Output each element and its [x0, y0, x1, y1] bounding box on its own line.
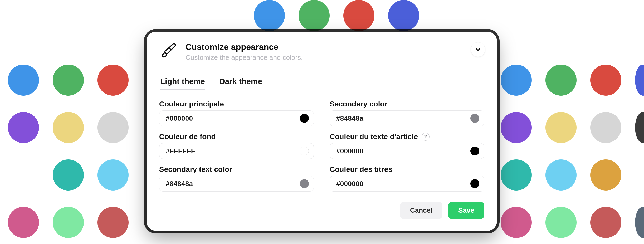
- palette-dot: [590, 65, 621, 96]
- field-secondary-color: Secondary color #84848a: [330, 100, 484, 126]
- palette-dot: [501, 159, 532, 191]
- color-input-background[interactable]: #FFFFFF: [159, 143, 314, 159]
- palette-dot: [590, 207, 621, 238]
- palette-dot: [254, 0, 285, 31]
- color-swatch: [470, 114, 479, 123]
- color-value: #000000: [336, 147, 363, 155]
- field-label-text: Couleur du texte d'article: [330, 133, 418, 141]
- color-swatch: [470, 147, 479, 155]
- help-icon[interactable]: ?: [422, 133, 430, 141]
- color-input-article-text[interactable]: #000000: [330, 143, 484, 159]
- color-fields: Couleur principale #000000 Secondary col…: [159, 100, 484, 192]
- palette-dot: [97, 65, 129, 96]
- collapse-button[interactable]: [471, 42, 485, 57]
- field-article-text-color: Couleur du texte d'article ? #000000: [330, 133, 484, 159]
- card-subtitle: Customize the appearance and colors.: [186, 53, 303, 62]
- palette-dot: [545, 112, 577, 143]
- color-value: #84848a: [336, 114, 363, 123]
- palette-dot: [8, 65, 39, 96]
- palette-dot: [501, 65, 532, 96]
- field-label: Couleur de fond: [159, 133, 314, 141]
- appearance-card: Customize appearance Customize the appea…: [147, 32, 497, 231]
- palette-dot: [635, 112, 644, 143]
- field-label: Secondary text color: [159, 165, 314, 174]
- tab-light-theme[interactable]: Light theme: [160, 77, 205, 90]
- palette-dot: [53, 159, 84, 191]
- color-value: #FFFFFF: [166, 147, 195, 155]
- save-button[interactable]: Save: [448, 202, 484, 219]
- palette-dot: [343, 0, 374, 31]
- palette-dot: [299, 0, 330, 31]
- field-label: Couleur principale: [159, 100, 314, 108]
- palette-dot: [53, 207, 84, 238]
- field-primary-color: Couleur principale #000000: [159, 100, 314, 126]
- color-input-titles[interactable]: #000000: [330, 176, 484, 192]
- color-swatch: [470, 179, 479, 188]
- palette-dot: [590, 159, 621, 191]
- theme-tabs: Light theme Dark theme: [159, 77, 484, 90]
- card-header: Customize appearance Customize the appea…: [159, 42, 484, 62]
- field-label: Couleur des titres: [330, 165, 484, 174]
- palette-dot: [8, 207, 39, 238]
- color-swatch: [300, 114, 309, 123]
- tab-dark-theme[interactable]: Dark theme: [219, 77, 262, 90]
- field-label: Couleur du texte d'article ?: [330, 133, 484, 141]
- palette-dot: [97, 207, 129, 238]
- palette-dot: [635, 207, 644, 238]
- palette-dot: [53, 112, 84, 143]
- color-input-secondary-text[interactable]: #84848a: [159, 176, 314, 192]
- palette-dot: [635, 65, 644, 96]
- color-value: #000000: [166, 114, 193, 123]
- field-secondary-text-color: Secondary text color #84848a: [159, 165, 314, 192]
- palette-dot: [545, 65, 577, 96]
- color-swatch: [300, 179, 309, 188]
- field-label: Secondary color: [330, 100, 484, 108]
- card-actions: Cancel Save: [159, 202, 484, 219]
- palette-dot: [545, 159, 577, 191]
- color-input-primary[interactable]: #000000: [159, 110, 314, 126]
- chevron-down-icon: [475, 46, 481, 53]
- color-swatch: [300, 147, 309, 155]
- palette-dot: [53, 65, 84, 96]
- field-titles-color: Couleur des titres #000000: [330, 165, 484, 192]
- color-input-secondary[interactable]: #84848a: [330, 110, 484, 126]
- palette-dot: [590, 112, 621, 143]
- color-value: #000000: [336, 180, 363, 188]
- palette-dot: [8, 112, 39, 143]
- palette-dot: [388, 0, 419, 31]
- palette-dot: [501, 207, 532, 238]
- palette-dot: [501, 112, 532, 143]
- palette-dot: [545, 207, 577, 238]
- field-background-color: Couleur de fond #FFFFFF: [159, 133, 314, 159]
- cancel-button[interactable]: Cancel: [400, 202, 442, 219]
- palette-dot: [97, 112, 129, 143]
- card-title: Customize appearance: [186, 42, 303, 52]
- brush-icon: [159, 42, 178, 61]
- color-value: #84848a: [166, 180, 193, 188]
- palette-dot: [97, 159, 129, 191]
